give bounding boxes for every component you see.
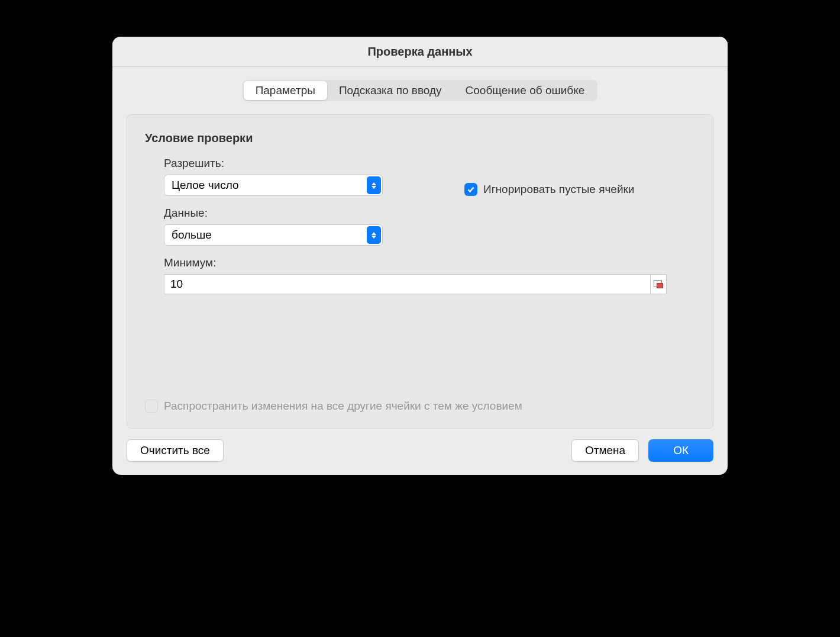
settings-panel: Условие проверки Разрешить: Целое число …	[127, 114, 713, 429]
titlebar: Проверка данных	[112, 37, 728, 67]
allow-select[interactable]: Целое число	[164, 175, 383, 196]
allow-select-value: Целое число	[172, 179, 239, 192]
dialog-buttons: Очистить все Отмена ОК	[112, 429, 728, 475]
ignore-blank-label: Игнорировать пустые ячейки	[483, 183, 634, 196]
ignore-blank-checkbox[interactable]	[464, 183, 477, 196]
propagate-checkbox	[145, 400, 158, 413]
range-selector-button[interactable]	[650, 274, 667, 294]
minimum-label: Минимум:	[164, 256, 429, 269]
tabs: Параметры Подсказка по вводу Сообщение о…	[243, 80, 598, 101]
dialog-title: Проверка данных	[367, 45, 472, 59]
updown-icon	[367, 176, 381, 194]
section-title: Условие проверки	[145, 131, 695, 145]
tab-error-alert[interactable]: Сообщение об ошибке	[454, 81, 597, 100]
propagate-label: Распространить изменения на все другие я…	[164, 400, 522, 413]
clear-all-button[interactable]: Очистить все	[127, 439, 224, 462]
data-validation-dialog: Проверка данных Параметры Подсказка по в…	[112, 37, 728, 475]
checkmark-icon	[467, 185, 475, 194]
range-selector-icon	[654, 280, 663, 288]
tab-settings[interactable]: Параметры	[244, 81, 327, 100]
allow-label: Разрешить:	[164, 157, 429, 170]
data-select[interactable]: больше	[164, 224, 383, 246]
cancel-button[interactable]: Отмена	[571, 439, 639, 462]
tabs-container: Параметры Подсказка по вводу Сообщение о…	[112, 67, 728, 101]
minimum-input[interactable]	[164, 274, 650, 294]
ok-button[interactable]: ОК	[648, 439, 713, 462]
data-label: Данные:	[164, 207, 429, 220]
tab-input-message[interactable]: Подсказка по вводу	[327, 81, 454, 100]
updown-icon	[367, 226, 381, 244]
data-select-value: больше	[172, 229, 212, 242]
